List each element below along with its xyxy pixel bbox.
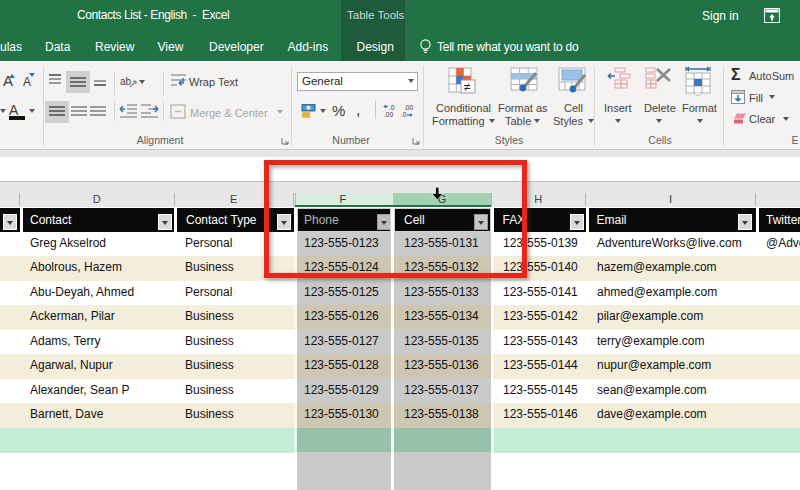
svg-text:.0: .0 bbox=[389, 104, 395, 111]
svg-text:.00: .00 bbox=[384, 111, 393, 118]
svg-text:.0: .0 bbox=[401, 111, 407, 118]
svg-text:≠: ≠ bbox=[464, 80, 471, 94]
svg-text:.00: .00 bbox=[404, 104, 413, 111]
svg-text:ab: ab bbox=[120, 76, 132, 87]
